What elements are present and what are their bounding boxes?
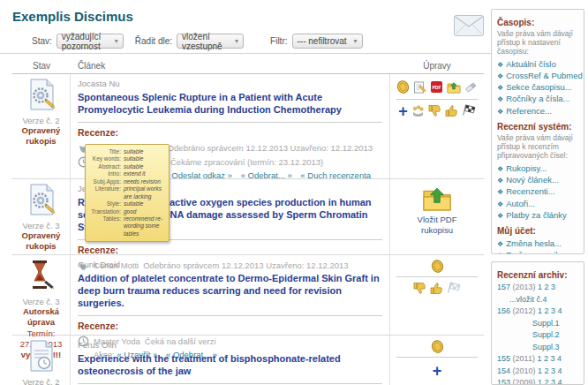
diamond-bullet-icon: ❖ — [497, 165, 503, 173]
stav-select[interactable]: vyžadující pozornost ▾ — [57, 34, 124, 49]
add-reviewer-icon[interactable]: + — [433, 365, 442, 377]
add-reviewer-icon[interactable]: + — [398, 105, 408, 117]
filtr-select[interactable]: --- nefiltrovat ▾ — [292, 34, 363, 49]
archive-issues-links[interactable]: 1 2 3 4 — [538, 378, 562, 385]
muj-ucet-heading: Můj účet: — [497, 226, 578, 236]
archive-suppl-link[interactable]: Suppl.1 — [532, 319, 560, 328]
revised-manuscript-icon — [26, 79, 57, 110]
archive-insert-issue-link[interactable]: ...vložit č.4 — [509, 295, 547, 304]
diamond-bullet-icon: ❖ — [497, 72, 503, 80]
archive-issues-links[interactable]: 1 2 3 4 — [537, 354, 562, 363]
archive-year: (2011) — [513, 354, 535, 363]
archive-year: (2009) — [513, 378, 536, 385]
sidebar-link-label: Změna e-mailu... — [506, 250, 569, 254]
sidebar-link-label: Recenzenti... — [506, 186, 554, 196]
divider — [396, 276, 478, 277]
article-author: Gunk Droid — [78, 260, 382, 269]
article-cell: Gunk Droid Addition of platelet concentr… — [71, 255, 390, 335]
chevron-down-icon: ▾ — [353, 37, 357, 45]
archive-volume-link[interactable]: 155 — [497, 354, 510, 363]
sidebar-item-crossref-pubmed[interactable]: ❖CrossRef & Pubmed — [497, 70, 578, 81]
sidebar-item-recenzenti[interactable]: ❖Recenzenti... — [497, 185, 578, 197]
sidebar-item-novy-clanek[interactable]: ❖Nový článek... — [497, 174, 578, 185]
archive-row: 155 (2011) 1 2 3 4 — [497, 353, 578, 366]
diamond-bullet-icon: ❖ — [497, 61, 503, 69]
hand-payment-icon[interactable] — [411, 104, 425, 117]
finish-flag-disabled-icon[interactable] — [447, 282, 461, 295]
sidebar-link-label: Autoři... — [506, 199, 535, 208]
archive-issues-links[interactable]: 1 2 3 — [538, 283, 555, 291]
tooltip-value: suitable — [124, 155, 166, 162]
sidebar-item-autori[interactable]: ❖Autoři... — [497, 198, 578, 209]
sidebar-item-sekce-casopisu[interactable]: ❖Sekce časopisu... — [497, 81, 578, 93]
sidebar-item-rocniky-a-cisla[interactable]: ❖Ročníky a čísla... — [497, 93, 578, 104]
version-label: Verze č. 2 — [12, 116, 70, 125]
sidebar-item-aktualni-cislo[interactable]: ❖Aktuální číslo — [497, 58, 578, 70]
casopis-desc: Vaše práva vám dávají přístup k nastaven… — [497, 29, 578, 57]
stav-filter-label: Stav: — [32, 36, 52, 46]
coin-icon[interactable] — [431, 340, 444, 353]
archive-year: (2010) — [513, 366, 536, 375]
archive-volume-link[interactable]: 153 — [497, 378, 510, 385]
upload-pdf-label[interactable]: Vložit PDF rukopisu — [409, 215, 465, 237]
tooltip-label: Title: — [88, 148, 124, 155]
archive-year: (2013) — [513, 283, 536, 291]
chevron-down-icon: ▾ — [235, 37, 238, 45]
archive-suppl-link[interactable]: Suppl.3 — [532, 343, 560, 351]
sidebar-item-zmena-hesla[interactable]: ❖Změna hesla... — [497, 238, 578, 249]
archive-issues-links[interactable]: 1 2 3 4 — [538, 366, 562, 375]
article-title[interactable]: Addition of platelet concentrate to Derm… — [78, 272, 382, 309]
diamond-bullet-icon: ❖ — [497, 240, 503, 248]
column-header-stav: Stav — [12, 61, 71, 71]
archive-volume-link[interactable]: 157 — [497, 283, 510, 291]
sidebar-item-zmena-emailu[interactable]: ❖Změna e-mailu... — [497, 249, 578, 254]
svg-text:PDF: PDF — [433, 85, 441, 90]
pdf-icon[interactable]: PDF — [430, 80, 443, 94]
finish-flag-icon[interactable] — [462, 104, 476, 117]
archive-row: 157 (2013) 1 2 3 — [497, 282, 578, 294]
archive-row: Suppl.3 — [497, 342, 578, 354]
upload-pdf-icon[interactable] — [447, 81, 461, 94]
tooltip-value: needs revision — [124, 178, 166, 185]
mail-icon[interactable] — [454, 15, 484, 41]
coin-icon[interactable] — [396, 80, 410, 94]
sidebar-item-rukopisy[interactable]: ❖Rukopisy... — [497, 162, 578, 174]
reviewer-status: Čekáme zpracování (termín: 23.12.2013) — [170, 156, 323, 168]
state-label: Opravený rukopis — [12, 230, 70, 252]
thumbs-down-icon[interactable] — [428, 104, 441, 117]
radit-select[interactable]: vložení vzestupně ▾ — [177, 34, 244, 49]
eraser-icon[interactable] — [464, 80, 478, 94]
thumbs-up-icon[interactable] — [445, 104, 458, 117]
tooltip-value: extend it — [124, 170, 166, 177]
author-revision-hourglass-icon — [26, 260, 57, 291]
divider — [396, 99, 478, 100]
divider — [396, 357, 478, 358]
thumbs-down-icon[interactable] — [413, 282, 426, 295]
radit-filter-label: Řadit dle: — [135, 36, 172, 46]
article-title[interactable]: Experience with the treatment of bisphos… — [78, 352, 382, 377]
column-header-clanek: Článek — [71, 61, 390, 71]
table-row: Verze č. 2 Opravený rukopis Jocasta Nu S… — [12, 74, 484, 179]
diamond-bullet-icon: ❖ — [497, 200, 503, 208]
archive-suppl-link[interactable]: Suppl.2 — [532, 330, 560, 339]
tooltip-label: Subj.Apps: — [88, 178, 124, 185]
thumbs-up-icon[interactable] — [430, 282, 443, 295]
sidebar-item-reference[interactable]: ❖Reference... — [497, 105, 578, 117]
article-title[interactable]: Spontaneous Splenic Rupture in a Patient… — [78, 91, 382, 116]
upload-pdf-icon[interactable] — [421, 185, 453, 212]
sidebar-item-platby-za-clanky[interactable]: ❖Platby za články — [497, 209, 578, 221]
tooltip-label: Literature: — [88, 185, 124, 200]
archive-issues-links[interactable]: 1 2 3 4 — [538, 306, 562, 315]
status-cell: Verze č. 3 Autorská úprava Termín: 27.10… — [12, 255, 71, 335]
tooltip-label: Translation: — [88, 208, 124, 215]
tools-cell: + — [390, 336, 484, 385]
edit-notes-icon[interactable] — [413, 80, 426, 94]
coin-icon[interactable] — [431, 260, 444, 273]
archive-volume-link[interactable]: 154 — [497, 366, 510, 375]
diamond-bullet-icon: ❖ — [497, 84, 503, 92]
state-label: Opravený rukopis — [12, 125, 70, 147]
sidebar-link-label: Aktuální číslo — [506, 59, 556, 69]
divider — [78, 383, 382, 384]
archive-volume-link[interactable]: 156 — [497, 306, 510, 315]
table-row: Verze č. 3 Opravený rukopis Jenna Zan Ar… — [12, 179, 484, 255]
